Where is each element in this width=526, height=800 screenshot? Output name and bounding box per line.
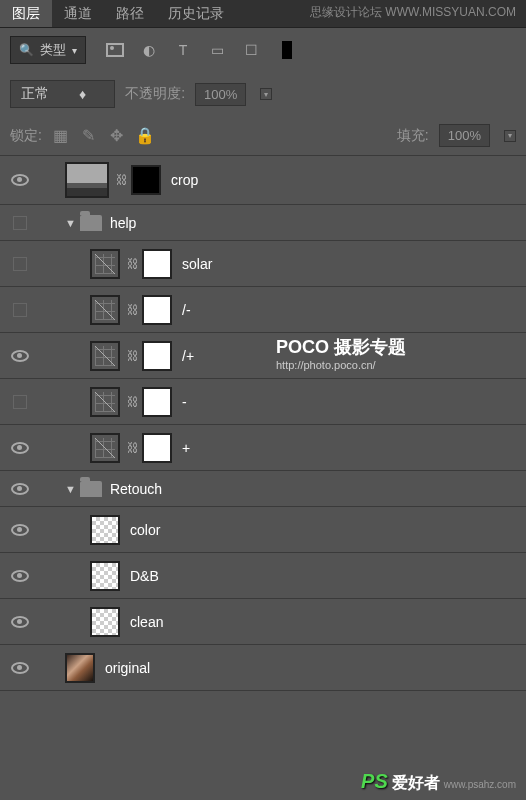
link-icon: ⛓	[128, 439, 138, 457]
visibility-toggle[interactable]	[11, 616, 29, 628]
layer-name: color	[130, 522, 160, 538]
folder-icon	[80, 215, 102, 231]
fill-stepper[interactable]: ▾	[504, 130, 516, 142]
adjustment-icon[interactable]	[90, 387, 120, 417]
watermark-txt: 爱好者	[392, 773, 440, 794]
dropdown-arrows-icon: ♦	[79, 86, 86, 102]
mask-thumbnail[interactable]	[142, 341, 172, 371]
opacity-stepper[interactable]: ▾	[260, 88, 272, 100]
layer-thumbnail[interactable]	[65, 653, 95, 683]
layer-name: crop	[171, 172, 198, 188]
lock-pixels-icon[interactable]: ✎	[80, 127, 98, 145]
blend-mode-value: 正常	[21, 85, 49, 103]
lock-label: 锁定:	[10, 127, 42, 145]
lock-all-icon[interactable]: 🔒	[136, 127, 154, 145]
watermark-ps: PS	[361, 770, 388, 793]
link-icon: ⛓	[128, 347, 138, 365]
visibility-toggle[interactable]	[11, 524, 29, 536]
visibility-toggle[interactable]	[11, 174, 29, 186]
watermark-bottom: PS 爱好者 www.psahz.com	[361, 770, 516, 794]
disclosure-triangle[interactable]: ▼	[65, 483, 76, 495]
mask-thumbnail[interactable]	[142, 249, 172, 279]
layer-thumbnail[interactable]	[90, 607, 120, 637]
filter-shape-icon[interactable]: ▭	[208, 41, 226, 59]
filter-type-label: 类型	[40, 41, 66, 59]
tab-layers[interactable]: 图层	[0, 0, 52, 27]
visibility-toggle[interactable]	[11, 662, 29, 674]
layer-name: /+	[182, 348, 194, 364]
layer-solar[interactable]: ⛓ solar	[0, 241, 526, 287]
visibility-toggle[interactable]	[13, 257, 27, 271]
blend-mode-select[interactable]: 正常 ♦	[10, 80, 115, 108]
layer-name: help	[110, 215, 136, 231]
opacity-input[interactable]: 100%	[195, 83, 246, 106]
layer-group-retouch[interactable]: ▼ Retouch	[0, 471, 526, 507]
layer-plus[interactable]: ⛓ +	[0, 425, 526, 471]
visibility-toggle[interactable]	[11, 350, 29, 362]
lock-transparency-icon[interactable]: ▦	[52, 127, 70, 145]
watermark-top: 思缘设计论坛 WWW.MISSYUAN.COM	[310, 4, 516, 21]
layer-color[interactable]: color	[0, 507, 526, 553]
chevron-down-icon: ▾	[72, 45, 77, 56]
lock-position-icon[interactable]: ✥	[108, 127, 126, 145]
search-icon: 🔍	[19, 43, 34, 57]
tab-channels[interactable]: 通道	[52, 0, 104, 27]
layer-name: /-	[182, 302, 191, 318]
adjustment-icon[interactable]	[90, 341, 120, 371]
layer-thumbnail[interactable]	[90, 561, 120, 591]
disclosure-triangle[interactable]: ▼	[65, 217, 76, 229]
adjustment-icon[interactable]	[90, 249, 120, 279]
mask-thumbnail[interactable]	[142, 433, 172, 463]
filter-toggle[interactable]	[282, 41, 292, 59]
filter-pixel-icon[interactable]	[106, 41, 124, 59]
watermark-url: www.psahz.com	[444, 779, 516, 790]
filter-type-dropdown[interactable]: 🔍 类型 ▾	[10, 36, 86, 64]
folder-icon	[80, 481, 102, 497]
layer-original[interactable]: original	[0, 645, 526, 691]
visibility-toggle[interactable]	[11, 570, 29, 582]
fill-label: 填充:	[397, 127, 429, 145]
layer-group-help[interactable]: ▼ help	[0, 205, 526, 241]
link-icon: ⛓	[128, 393, 138, 411]
layer-slash-minus[interactable]: ⛓ /-	[0, 287, 526, 333]
layer-minus[interactable]: ⛓ -	[0, 379, 526, 425]
visibility-toggle[interactable]	[11, 442, 29, 454]
visibility-toggle[interactable]	[13, 303, 27, 317]
tab-history[interactable]: 历史记录	[156, 0, 236, 27]
mask-thumbnail[interactable]	[142, 295, 172, 325]
visibility-toggle[interactable]	[11, 483, 29, 495]
layer-name: clean	[130, 614, 163, 630]
fill-value: 100%	[448, 128, 481, 143]
layer-crop[interactable]: ⛓ crop	[0, 156, 526, 205]
filter-smart-icon[interactable]: ☐	[242, 41, 260, 59]
layer-db[interactable]: D&B	[0, 553, 526, 599]
layer-name: original	[105, 660, 150, 676]
layer-thumbnail[interactable]	[90, 515, 120, 545]
visibility-toggle[interactable]	[13, 216, 27, 230]
layer-clean[interactable]: clean	[0, 599, 526, 645]
filter-type-icon[interactable]: T	[174, 41, 192, 59]
adjustment-icon[interactable]	[90, 433, 120, 463]
link-icon: ⛓	[128, 301, 138, 319]
link-icon: ⛓	[117, 171, 127, 189]
fill-input[interactable]: 100%	[439, 124, 490, 147]
mask-thumbnail[interactable]	[142, 387, 172, 417]
link-icon: ⛓	[128, 255, 138, 273]
tab-paths[interactable]: 路径	[104, 0, 156, 27]
opacity-value: 100%	[204, 87, 237, 102]
layer-name: Retouch	[110, 481, 162, 497]
filter-adjustment-icon[interactable]: ◐	[140, 41, 158, 59]
layer-list: ⛓ crop ▼ help ⛓ solar ⛓ /-	[0, 156, 526, 691]
layer-slash-plus[interactable]: ⛓ /+	[0, 333, 526, 379]
layer-thumbnail[interactable]	[65, 162, 109, 198]
visibility-toggle[interactable]	[13, 395, 27, 409]
layer-name: -	[182, 394, 187, 410]
mask-thumbnail[interactable]	[131, 165, 161, 195]
adjustment-icon[interactable]	[90, 295, 120, 325]
layer-name: D&B	[130, 568, 159, 584]
layer-name: +	[182, 440, 190, 456]
opacity-label: 不透明度:	[125, 85, 185, 103]
layer-name: solar	[182, 256, 212, 272]
